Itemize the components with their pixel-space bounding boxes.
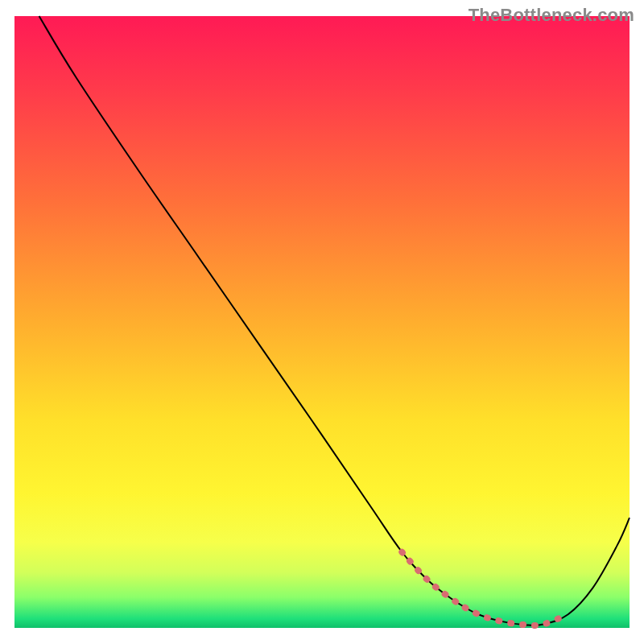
chart-container: TheBottleneck.com xyxy=(0,0,644,644)
gradient-background xyxy=(14,16,630,628)
chart-svg xyxy=(0,0,644,644)
watermark-text: TheBottleneck.com xyxy=(469,5,634,26)
